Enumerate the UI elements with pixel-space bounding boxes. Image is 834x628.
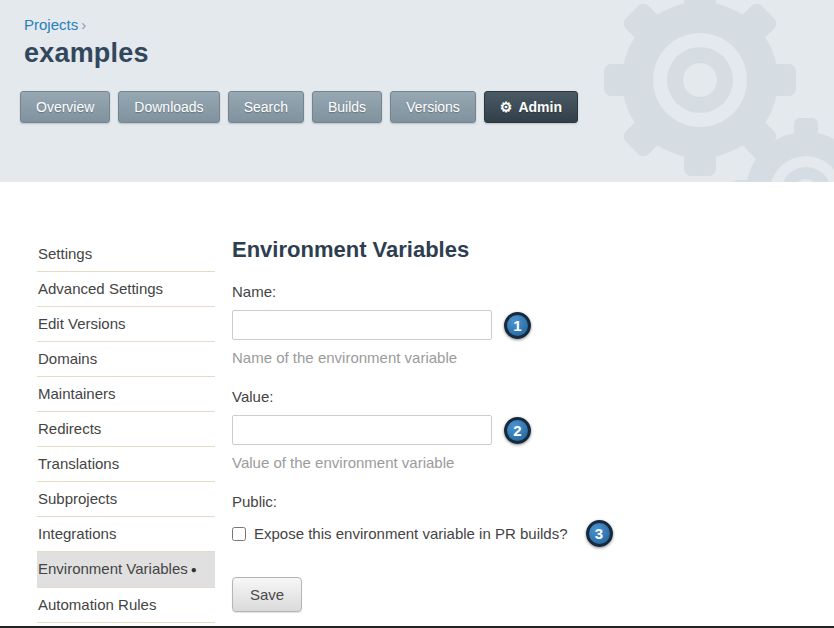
- public-checkbox-label: Expose this environment variable in PR b…: [254, 525, 568, 542]
- sidebar-item-integrations[interactable]: Integrations: [37, 517, 215, 552]
- nav-versions-button[interactable]: Versions: [390, 91, 476, 123]
- nav-overview-button[interactable]: Overview: [20, 91, 110, 123]
- sidebar-item-settings[interactable]: Settings: [37, 237, 215, 272]
- save-button[interactable]: Save: [232, 577, 302, 612]
- sidebar-item-maintainers[interactable]: Maintainers: [37, 377, 215, 412]
- value-field-label: Value:: [232, 388, 832, 405]
- page-title: Environment Variables: [232, 237, 832, 263]
- value-help-text: Value of the environment variable: [232, 454, 832, 471]
- annotation-badge-3: 3: [586, 520, 613, 547]
- breadcrumb: Projects›: [24, 16, 834, 33]
- nav-admin-button[interactable]: ⚙ Admin: [484, 91, 578, 123]
- sidebar-item-translations[interactable]: Translations: [37, 447, 215, 482]
- sidebar-item-subprojects[interactable]: Subprojects: [37, 482, 215, 517]
- active-item-marker: ●: [191, 564, 197, 575]
- project-title: examples: [24, 38, 834, 69]
- annotation-badge-1: 1: [504, 312, 531, 339]
- value-input[interactable]: [232, 415, 492, 445]
- sidebar-item-webhooks[interactable]: Webhooks: [37, 623, 215, 628]
- sidebar-item-redirects[interactable]: Redirects: [37, 412, 215, 447]
- sidebar-item-automation-rules[interactable]: Automation Rules: [37, 588, 215, 623]
- sidebar-item-label: Environment Variables: [38, 560, 188, 577]
- nav-downloads-button[interactable]: Downloads: [118, 91, 219, 123]
- project-header: Projects› examples Overview Downloads Se…: [0, 0, 834, 182]
- breadcrumb-projects-link[interactable]: Projects: [24, 16, 78, 33]
- admin-sidebar: Settings Advanced Settings Edit Versions…: [37, 237, 215, 628]
- environment-variables-panel: Environment Variables Name: 1 Name of th…: [232, 237, 832, 628]
- gear-icon: ⚙: [500, 100, 513, 114]
- sidebar-item-domains[interactable]: Domains: [37, 342, 215, 377]
- nav-builds-button[interactable]: Builds: [312, 91, 382, 123]
- project-nav: Overview Downloads Search Builds Version…: [20, 91, 834, 123]
- nav-search-button[interactable]: Search: [228, 91, 304, 123]
- public-field-label: Public:: [232, 493, 832, 510]
- public-checkbox[interactable]: [232, 527, 246, 541]
- annotation-badge-2: 2: [504, 417, 531, 444]
- page: Projects› examples Overview Downloads Se…: [0, 0, 834, 628]
- name-help-text: Name of the environment variable: [232, 349, 832, 366]
- name-input[interactable]: [232, 310, 492, 340]
- name-field-label: Name:: [232, 283, 832, 300]
- sidebar-item-edit-versions[interactable]: Edit Versions: [37, 307, 215, 342]
- sidebar-item-advanced-settings[interactable]: Advanced Settings: [37, 272, 215, 307]
- admin-content: Settings Advanced Settings Edit Versions…: [0, 182, 834, 628]
- nav-admin-label: Admin: [518, 99, 562, 115]
- breadcrumb-separator: ›: [81, 16, 86, 33]
- sidebar-item-environment-variables[interactable]: Environment Variables●: [37, 552, 215, 588]
